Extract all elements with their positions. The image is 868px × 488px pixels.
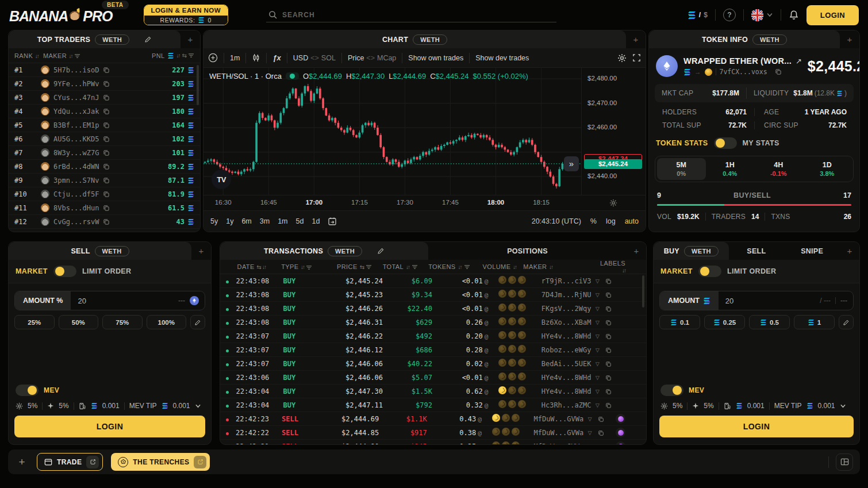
copy-icon[interactable] <box>598 430 604 436</box>
slippage-gear-icon[interactable] <box>660 402 668 410</box>
mev-tip-value[interactable]: 0.001 <box>818 402 835 410</box>
copy-icon[interactable] <box>103 122 110 129</box>
tx-maker[interactable]: BedAi...5UEK ▽ <box>537 360 625 368</box>
tx-maker[interactable]: HYe4v...8WHd ▽ <box>537 387 625 395</box>
transaction-row[interactable]: 22:43:08 BUY $2,446.26 $22.40 <0.01@ FKg… <box>220 302 646 316</box>
interval-button[interactable]: 1m <box>230 54 240 62</box>
go-to-date-icon[interactable] <box>328 217 337 226</box>
slippage-value[interactable]: 5% <box>28 402 37 410</box>
limit-order-label[interactable]: LIMIT ORDER <box>82 267 132 275</box>
col-date[interactable]: DATE ⇆ ↓↑ <box>237 263 279 270</box>
external-link-icon[interactable] <box>197 459 203 465</box>
chart-settings-icon[interactable] <box>617 53 627 63</box>
candle-style-icon[interactable] <box>252 53 260 62</box>
edit-pencil-icon[interactable] <box>377 247 385 255</box>
buy-amount-input[interactable] <box>719 297 820 305</box>
tradingview-logo[interactable]: TV <box>212 170 231 189</box>
price-axis[interactable]: $2,480.00$2,470.00$2,460.00$2,440.00$2,4… <box>581 68 646 195</box>
copy-icon[interactable] <box>605 320 612 326</box>
trader-row[interactable]: #1 5H7b...isoD 227 <box>9 63 200 77</box>
col-maker[interactable]: MAKER ↓↑ <box>519 263 598 270</box>
price-mcap-toggle[interactable]: Price<>MCap <box>348 54 396 62</box>
add-panel-button[interactable]: + <box>180 30 200 48</box>
tx-maker[interactable]: MfDuW...GVWa ▽ <box>529 415 616 423</box>
trader-row[interactable]: #6 AU5G...KKD5 102 <box>9 132 200 146</box>
bell-icon[interactable] <box>789 10 799 20</box>
slippage-value[interactable]: 5% <box>673 402 682 410</box>
tx-maker[interactable]: HYe4v...8WHd ▽ <box>537 332 625 340</box>
copy-icon[interactable] <box>103 94 110 101</box>
mev-toggle[interactable] <box>660 385 683 396</box>
buy-login-button[interactable]: LOGIN <box>659 416 854 437</box>
gas-icon[interactable] <box>79 402 86 410</box>
col-volume[interactable]: VOLUME ↓↑ <box>473 263 517 270</box>
transaction-row[interactable]: 22:42:23 SELL $2,444.69 $1.1K 0.43@ MfDu… <box>220 412 646 426</box>
copy-icon[interactable] <box>103 67 110 74</box>
help-icon[interactable]: ? <box>723 9 736 21</box>
trader-row[interactable]: #8 6rBd...4dWN 89.2 <box>9 160 200 174</box>
copy-icon[interactable] <box>103 136 110 143</box>
trader-row[interactable]: #5 B3Bf...EM1p 164 <box>9 118 200 132</box>
buy-preset-button[interactable]: 0.1 <box>659 315 700 329</box>
range-button[interactable]: 1d <box>312 217 320 225</box>
timeframe-button[interactable]: 5M 0% <box>657 158 706 180</box>
positions-tab[interactable]: POSITIONS <box>428 242 627 260</box>
search-bar[interactable] <box>266 7 556 22</box>
buy-preset-button[interactable]: 1 <box>794 315 835 329</box>
col-total[interactable]: TOTAL ↓↑ <box>374 263 418 270</box>
sell-preset-button[interactable]: 75% <box>102 315 143 329</box>
range-button[interactable]: 5d <box>296 217 304 225</box>
range-button[interactable]: 1y <box>226 217 233 225</box>
buy-preset-button[interactable]: 0.25 <box>704 315 745 329</box>
buy-preset-button[interactable]: 0.5 <box>749 315 790 329</box>
transaction-row[interactable]: 22:43:08 BUY $2,445.24 $6.09 <0.01@ rT9j… <box>220 274 646 288</box>
external-link-icon[interactable] <box>90 459 96 465</box>
sell-tab[interactable]: SELL WETH <box>9 242 191 260</box>
log-scale-button[interactable]: log <box>606 217 616 225</box>
priority-value[interactable]: 5% <box>59 402 68 410</box>
tx-maker[interactable]: HYe4v...8WHd ▽ <box>537 374 625 382</box>
scroll-to-latest-button[interactable]: » <box>564 156 579 171</box>
tx-maker[interactable]: Bz6Xo...XBaM ▽ <box>537 318 625 326</box>
token-address[interactable]: 7vfCX...voxs <box>720 68 767 76</box>
tx-maker[interactable]: 7D4Jm...RjNU ▽ <box>537 291 625 299</box>
mev-tip-value[interactable]: 0.001 <box>173 402 190 410</box>
last-price-tag[interactable]: $2,445.24 <box>584 159 642 169</box>
copy-icon[interactable] <box>605 333 612 340</box>
tx-maker[interactable]: FKgsV...2Wqy ▽ <box>537 305 625 313</box>
top-traders-tab[interactable]: TOP TRADERS WETH <box>9 30 180 48</box>
add-panel-button[interactable]: + <box>840 30 859 48</box>
show-own-trades-button[interactable]: Show own trades <box>408 54 463 62</box>
timeframe-button[interactable]: 1H 0.4% <box>706 158 755 180</box>
login-earn-button[interactable]: LOGIN & EARN NOW REWARDS: 0 <box>144 5 228 25</box>
transaction-row[interactable]: 22:43:06 BUY $2,446.06 $5.07 <0.01@ HYe4… <box>220 371 646 385</box>
layout-grid-button[interactable] <box>836 454 853 471</box>
trader-row[interactable]: #9 3pmn...S7Nv 87.1 <box>9 174 200 187</box>
market-limit-toggle[interactable] <box>53 266 76 277</box>
brand-logo[interactable]: BANANA PRO BETA <box>9 5 113 25</box>
col-type[interactable]: TYPE ↓↑ <box>281 263 317 270</box>
candlestick-plot[interactable]: TV » <box>203 68 581 195</box>
scrollbar[interactable] <box>197 65 199 105</box>
sell-login-button[interactable]: LOGIN <box>14 416 205 437</box>
add-panel-button[interactable]: + <box>627 242 646 260</box>
market-status-chip[interactable] <box>286 72 299 80</box>
percent-scale-button[interactable]: % <box>590 217 597 225</box>
tx-maker[interactable]: MfDuW...GVWa ▽ <box>529 429 616 437</box>
sell-amount-input[interactable] <box>71 297 178 305</box>
show-dev-trades-button[interactable]: Show dev trades <box>475 54 529 62</box>
trader-row[interactable]: #2 9YFe...hPWv 203 <box>9 77 200 91</box>
col-tokens[interactable]: TOKENS ↓↑ <box>420 263 470 270</box>
add-indicator-icon[interactable] <box>208 53 218 63</box>
trader-row[interactable]: #7 8W3y...wZ7G 101 <box>9 146 200 160</box>
my-stats-label[interactable]: MY STATS <box>743 139 779 147</box>
bribe-value[interactable]: 0.001 <box>747 402 765 410</box>
range-button[interactable]: 1m <box>278 217 287 225</box>
copy-icon[interactable] <box>605 375 612 381</box>
copy-icon[interactable] <box>775 68 782 75</box>
gas-icon[interactable] <box>724 402 731 410</box>
chevron-down-icon[interactable] <box>195 403 201 409</box>
tx-maker[interactable]: Hc3Rh...aZMC ▽ <box>537 401 625 409</box>
add-panel-button[interactable]: + <box>626 30 646 48</box>
copy-icon[interactable] <box>103 80 110 87</box>
